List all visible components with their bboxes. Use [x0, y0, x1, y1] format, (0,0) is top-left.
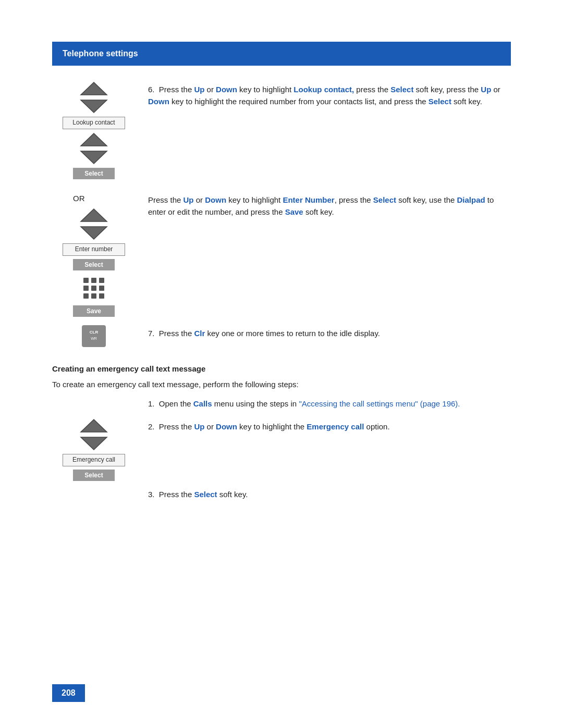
step6-text5: soft key. — [451, 97, 482, 106]
up-arrow-icon — [80, 81, 108, 96]
svg-marker-0 — [81, 82, 107, 95]
svg-rect-13 — [91, 293, 96, 299]
step-6-icons: Lookup contact Select — [52, 81, 136, 179]
step-7-icon-col: CLR WR — [52, 325, 136, 349]
svg-rect-11 — [99, 286, 104, 291]
svg-marker-3 — [81, 151, 107, 164]
step-6-block: Lookup contact Select 6. Press the Up or… — [52, 81, 511, 179]
emerg-step2-down: Down — [216, 422, 237, 431]
or-text-or2: , press the — [335, 195, 373, 204]
step6-select1: Select — [390, 85, 413, 94]
svg-rect-6 — [83, 278, 89, 283]
svg-marker-18 — [81, 419, 107, 432]
enter-number-screen: Enter number — [63, 243, 125, 256]
step6-lookup: Lookup contact, — [293, 85, 354, 94]
emerg-step2-after: option. — [364, 422, 389, 431]
step-7-text-col: 7. Press the Clr key one or more times t… — [136, 325, 511, 339]
step6-up2: Up — [481, 85, 491, 94]
step6-down1: Down — [216, 85, 237, 94]
step6-select2: Select — [429, 97, 451, 106]
emerg-step1-calls: Calls — [193, 399, 212, 408]
select-button-1[interactable]: Select — [73, 168, 115, 179]
or-text-or3: soft key, use the — [396, 195, 457, 204]
or-enter-number: Enter Number — [283, 195, 334, 204]
clr-key-icon: CLR WR — [82, 325, 106, 349]
or-row: OR Enter number Select — [52, 192, 511, 317]
or-up3: Up — [183, 195, 194, 204]
main-content: Lookup contact Select 6. Press the Up or… — [52, 66, 511, 537]
step6-num: 6. — [148, 85, 157, 94]
page-number: 208 — [52, 684, 85, 702]
emerg-step3-num: 3. — [148, 490, 157, 499]
svg-text:CLR: CLR — [90, 330, 99, 335]
svg-rect-8 — [99, 278, 104, 283]
emerg-step-2-icon-col: Emergency call Select — [52, 418, 136, 481]
step6-text2: press the — [354, 85, 390, 94]
step7-num: 7. — [148, 329, 157, 338]
svg-text:WR: WR — [91, 337, 97, 340]
step6-or2: or — [491, 85, 500, 94]
emerg-step2-emerg-call: Emergency call — [307, 422, 364, 431]
svg-marker-5 — [81, 227, 107, 239]
or-label: OR — [52, 194, 85, 203]
step7-text-before: Press the — [159, 329, 194, 338]
step6-text3: soft key, press the — [413, 85, 481, 94]
emerg-step-3: 3. Press the Select soft key. — [52, 486, 511, 500]
svg-marker-4 — [81, 209, 107, 221]
emerg-step2-num: 2. — [148, 422, 157, 431]
emerg-step3-select: Select — [194, 490, 217, 499]
or-select3: Select — [373, 195, 396, 204]
svg-rect-12 — [83, 293, 89, 299]
step-6-text: 6. Press the Up or Down key to highlight… — [136, 81, 511, 179]
or-text-or1: key to highlight — [226, 195, 283, 204]
emerg-step3-after: soft key. — [217, 490, 248, 499]
or-text-col: Press the Up or Down key to highlight En… — [136, 192, 511, 317]
emerg-step1-link[interactable]: "Accessing the call settings menu" (page… — [299, 399, 460, 408]
step6-or1: or — [204, 85, 216, 94]
emerg-step1-num: 1. — [148, 399, 157, 408]
emerg-step1-before: Open the — [159, 399, 193, 408]
emerg-step-2-text: 2. Press the Up or Down key to highlight… — [136, 418, 511, 481]
or-down3: Down — [205, 195, 226, 204]
or-text-before: Press the — [148, 195, 183, 204]
emerg-step-2: Emergency call Select 2. Press the Up or… — [52, 418, 511, 481]
dialpad-icon — [81, 276, 106, 302]
page-footer: 208 — [52, 684, 85, 702]
step6-down2: Down — [148, 97, 169, 106]
emergency-call-screen: Emergency call — [63, 454, 125, 466]
header-title: Telephone settings — [63, 49, 138, 58]
or-text-or5: soft key. — [303, 207, 334, 216]
save-button[interactable]: Save — [73, 305, 115, 317]
svg-marker-2 — [81, 133, 107, 146]
step7-clr: Clr — [194, 329, 205, 338]
emerg-step2-up: Up — [194, 422, 204, 431]
select-button-2[interactable]: Select — [73, 259, 115, 270]
emerg-step2-before: Press the — [159, 422, 194, 431]
up-arrow-icon-3 — [80, 208, 108, 223]
step-7-block: CLR WR 7. Press the Clr key one or more … — [52, 325, 511, 349]
emerg-step-1-icon-col — [52, 398, 136, 410]
up-arrow-icon-2 — [80, 132, 108, 147]
emerg-step-3-text: 3. Press the Select soft key. — [136, 486, 511, 500]
emerg-step-1: 1. Open the Calls menu using the steps i… — [52, 398, 511, 410]
or-save: Save — [285, 207, 303, 216]
svg-rect-7 — [91, 278, 96, 283]
svg-rect-15 — [82, 325, 106, 347]
step6-up1: Up — [194, 85, 204, 94]
emerg-step-1-text: 1. Open the Calls menu using the steps i… — [136, 398, 511, 410]
step6-text4: key to highlight the required number fro… — [169, 97, 429, 106]
down-arrow-icon-3 — [80, 226, 108, 240]
svg-rect-9 — [83, 286, 89, 291]
emerg-up-arrow — [80, 418, 108, 433]
lookup-contact-screen: Lookup contact — [63, 117, 125, 129]
creating-section-title: Creating an emergency call text message — [52, 364, 511, 373]
emerg-step-3-icon-col — [52, 486, 136, 500]
step6-text1: key to highlight — [237, 85, 293, 94]
step6-text-before: Press the — [159, 85, 194, 94]
svg-rect-10 — [91, 286, 96, 291]
svg-marker-1 — [81, 100, 107, 113]
emerg-step1-mid: menu using the steps in — [212, 399, 299, 408]
down-arrow-icon-2 — [80, 150, 108, 165]
select-button-3[interactable]: Select — [73, 470, 115, 481]
emerg-step3-before: Press the — [159, 490, 194, 499]
